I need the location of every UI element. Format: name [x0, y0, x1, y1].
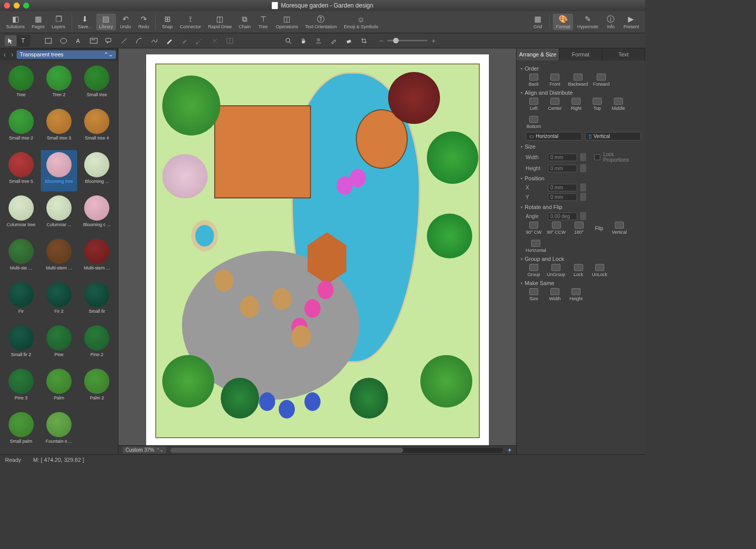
library-item[interactable]: Palm: [41, 367, 77, 408]
distribute-horizontal[interactable]: ▭Horizontal: [526, 132, 582, 141]
inspector-tab-text[interactable]: Text: [602, 48, 645, 60]
section-order[interactable]: Order: [521, 65, 641, 72]
back-button[interactable]: Back: [526, 74, 542, 87]
section-align[interactable]: Align and Distribute: [521, 90, 641, 96]
library-item[interactable]: Columnar ...: [41, 193, 77, 235]
library-item[interactable]: Small fir 2: [3, 323, 39, 365]
library-item[interactable]: Blooming tree: [41, 150, 77, 191]
section-make-same[interactable]: Make Same: [521, 280, 641, 286]
toolbar-operations[interactable]: ◫Operations: [273, 14, 301, 30]
middle-button[interactable]: Middle: [610, 98, 626, 111]
close-window[interactable]: [4, 3, 10, 9]
ungroup-button[interactable]: UnGroup: [547, 264, 565, 277]
flip-horizontal-button[interactable]: Horizontal: [526, 240, 546, 253]
y-stepper[interactable]: [580, 193, 586, 201]
angle-input[interactable]: [548, 213, 577, 220]
toolbar-grid[interactable]: ▦Grid: [529, 14, 546, 30]
top-button[interactable]: Top: [589, 98, 605, 111]
library-item[interactable]: Columnar tree: [3, 193, 39, 235]
library-item[interactable]: Pine: [41, 323, 77, 365]
toolbar-pages[interactable]: ▦Pages: [29, 14, 48, 30]
library-back[interactable]: ‹: [2, 50, 8, 58]
toolbar-hypernote[interactable]: ✎Hypernote: [574, 14, 601, 30]
x-stepper[interactable]: [580, 183, 586, 191]
zoom-out-icon[interactable]: −: [379, 37, 383, 45]
library-item[interactable]: Fir: [3, 280, 39, 321]
width-stepper[interactable]: [580, 153, 586, 161]
flip-vertical-button[interactable]: Vertical: [611, 222, 627, 235]
pencil-tool[interactable]: [163, 35, 175, 46]
library-item[interactable]: Small tree 2: [3, 107, 39, 148]
canvas-page[interactable]: [146, 54, 489, 445]
library-item[interactable]: Multi-stem ...: [41, 237, 77, 278]
y-input[interactable]: [548, 193, 577, 201]
lock-button[interactable]: Lock: [571, 264, 587, 277]
connector-tool[interactable]: [194, 35, 206, 46]
library-category-select[interactable]: Transparent trees ⌃⌄: [17, 50, 116, 59]
left-button[interactable]: Left: [526, 98, 542, 111]
library-item[interactable]: Tree 2: [41, 63, 77, 105]
inspector-tab-arrange-size[interactable]: Arrange & Size: [517, 48, 559, 60]
library-item[interactable]: Blooming ...: [79, 150, 115, 191]
line-tool[interactable]: [118, 35, 130, 46]
library-item[interactable]: Palm 2: [79, 367, 115, 408]
dropper-tool[interactable]: [328, 35, 340, 46]
library-item[interactable]: Small tree: [79, 63, 115, 105]
distribute-vertical[interactable]: ▯Vertical: [585, 132, 642, 141]
center-button[interactable]: Center: [547, 98, 563, 111]
library-item[interactable]: Multi-stem ...: [79, 237, 115, 278]
toolbar-rapid-draw[interactable]: ◫Rapid Draw: [205, 14, 235, 30]
library-item[interactable]: Small palm: [3, 410, 39, 451]
library-item[interactable]: Tree: [3, 63, 39, 105]
text-shape-tool[interactable]: A: [73, 35, 85, 46]
library-item[interactable]: Pine 3: [3, 367, 39, 408]
width-button[interactable]: Width: [547, 288, 563, 301]
toolbar-solutions[interactable]: ◧Solutions: [3, 14, 28, 30]
bottom-button[interactable]: Bottom: [526, 116, 542, 129]
stamp-tool[interactable]: [312, 35, 325, 46]
library-item[interactable]: Small fir: [79, 280, 115, 321]
height-button[interactable]: Height: [568, 288, 584, 301]
front-button[interactable]: Front: [547, 74, 563, 87]
maximize-window[interactable]: [23, 3, 29, 9]
library-item[interactable]: Small tree 5: [3, 150, 39, 191]
library-item[interactable]: Small tree 3: [41, 107, 77, 148]
hand-tool[interactable]: [297, 35, 309, 46]
height-input[interactable]: [548, 165, 577, 172]
toolbar-connector[interactable]: ⟟Connector: [177, 14, 204, 30]
toolbar-redo[interactable]: ↷Redo: [135, 14, 152, 30]
zoom-combo[interactable]: Custom 37% ⌃⌄: [122, 447, 166, 453]
library-item[interactable]: Small tree 4: [79, 107, 115, 148]
90-ccw-button[interactable]: 90° CCW: [547, 222, 566, 235]
pointer-tool[interactable]: [5, 35, 17, 46]
crop-tool[interactable]: [358, 35, 370, 46]
right-button[interactable]: Right: [568, 98, 584, 111]
toolbar-tree[interactable]: ⊤Tree: [255, 14, 272, 30]
canvas-viewport[interactable]: [118, 48, 516, 445]
ellipse-tool[interactable]: [57, 35, 70, 46]
library-forward[interactable]: ›: [10, 50, 15, 58]
section-size[interactable]: Size: [521, 144, 641, 150]
toolbar-snap[interactable]: ⊞Snap: [159, 14, 176, 30]
inspector-tab-format[interactable]: Format: [559, 48, 602, 60]
table-tool[interactable]: [224, 35, 236, 46]
lock-proportions-check[interactable]: [594, 154, 600, 160]
forward-button[interactable]: Forward: [593, 74, 610, 87]
callout-tool[interactable]: [103, 35, 115, 46]
library-item[interactable]: Blooming c ...: [79, 193, 115, 235]
eyedropper-tool[interactable]: [178, 35, 191, 46]
add-page-icon[interactable]: ✦: [507, 447, 512, 454]
unlock-button[interactable]: UnLock: [592, 264, 608, 277]
height-stepper[interactable]: [580, 164, 586, 172]
scissors-tool[interactable]: [209, 35, 221, 46]
90-cw-button[interactable]: 90° CW: [526, 222, 542, 235]
toolbar-text-orientation[interactable]: ⓉText Orientation: [302, 14, 340, 30]
toolbar-info[interactable]: ⓘInfo: [602, 14, 619, 30]
section-rotate[interactable]: Rotate and Flip: [521, 204, 641, 210]
rect-tool[interactable]: [42, 35, 54, 46]
library-item[interactable]: Fountain-s ...: [41, 410, 77, 451]
toolbar-chain[interactable]: ⧉Chain: [236, 14, 254, 30]
toolbar-undo[interactable]: ↶Undo: [117, 14, 134, 30]
section-position[interactable]: Position: [521, 175, 641, 181]
group-button[interactable]: Group: [526, 264, 542, 277]
